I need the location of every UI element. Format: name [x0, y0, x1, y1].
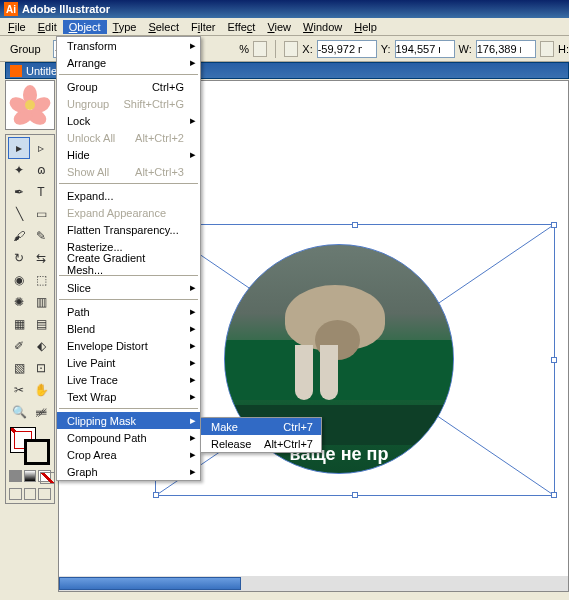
- symbol-sprayer-tool[interactable]: ✺: [8, 291, 30, 313]
- menu-item-crop-area[interactable]: Crop Area▸: [57, 446, 200, 463]
- screen-mode-row: [8, 487, 52, 501]
- direct-selection-tool[interactable]: ▹: [30, 137, 52, 159]
- menu-window[interactable]: Window: [297, 20, 348, 34]
- rotate-tool[interactable]: ↻: [8, 247, 30, 269]
- style-icon[interactable]: [253, 41, 267, 57]
- color-mode-row: [8, 469, 52, 483]
- graph-tool[interactable]: ▥: [30, 291, 52, 313]
- toolbox: ▸▹ ✦ɷ ✒T ╲▭ 🖌✎ ↻⇆ ◉⬚ ✺▥ ▦▤ ✐⬖ ▧⊡ ✂✋ 🔍⧥: [5, 134, 55, 504]
- menu-item-expand-appearance: Expand Appearance: [57, 204, 200, 221]
- eyedropper-tool[interactable]: ✐: [8, 335, 30, 357]
- object-menu: Transform▸Arrange▸GroupCtrl+GUngroupShif…: [56, 36, 201, 481]
- menu-item-graph[interactable]: Graph▸: [57, 463, 200, 480]
- h-label: H:: [558, 43, 569, 55]
- menu-item-transform[interactable]: Transform▸: [57, 37, 200, 54]
- crop-tool[interactable]: ⊡: [30, 357, 52, 379]
- selection-tool[interactable]: ▸: [8, 137, 30, 159]
- mesh-tool[interactable]: ▦: [8, 313, 30, 335]
- thumbnail-panel: [5, 80, 55, 130]
- menu-item-text-wrap[interactable]: Text Wrap▸: [57, 388, 200, 405]
- horizontal-scrollbar[interactable]: [59, 576, 568, 591]
- magic-wand-tool[interactable]: ✦: [8, 159, 30, 181]
- bounding-box[interactable]: [155, 224, 555, 496]
- w-input[interactable]: [476, 40, 536, 58]
- menu-item-lock[interactable]: Lock▸: [57, 112, 200, 129]
- menu-file[interactable]: File: [2, 20, 32, 34]
- menu-item-path[interactable]: Path▸: [57, 303, 200, 320]
- menubar: File Edit Object Type Select Filter Effe…: [0, 18, 569, 36]
- menu-help[interactable]: Help: [348, 20, 383, 34]
- submenu-item-release[interactable]: ReleaseAlt+Ctrl+7: [201, 435, 321, 452]
- pen-tool[interactable]: ✒: [8, 181, 30, 203]
- fill-stroke-swatch[interactable]: [8, 425, 52, 465]
- flower-thumbnail-icon: [12, 87, 48, 123]
- lasso-tool[interactable]: ɷ: [30, 159, 52, 181]
- menu-item-hide[interactable]: Hide▸: [57, 146, 200, 163]
- screen-mode-normal[interactable]: [9, 488, 22, 500]
- scrollbar-thumb[interactable]: [59, 577, 241, 590]
- menu-item-group[interactable]: GroupCtrl+G: [57, 78, 200, 95]
- app-title: Adobe Illustrator: [22, 3, 110, 15]
- titlebar: Ai Adobe Illustrator: [0, 0, 569, 18]
- menu-type[interactable]: Type: [107, 20, 143, 34]
- menu-select[interactable]: Select: [142, 20, 185, 34]
- opacity-value: %: [239, 43, 249, 55]
- color-mode-gradient[interactable]: [24, 470, 37, 482]
- menu-item-expand-[interactable]: Expand...: [57, 187, 200, 204]
- stroke-swatch[interactable]: [24, 439, 50, 465]
- free-transform-tool[interactable]: ⬚: [30, 269, 52, 291]
- paintbrush-tool[interactable]: 🖌: [8, 225, 30, 247]
- screen-mode-full[interactable]: [38, 488, 51, 500]
- menu-item-clipping-mask[interactable]: Clipping Mask▸: [57, 412, 200, 429]
- line-tool[interactable]: ╲: [8, 203, 30, 225]
- menu-item-unlock-all: Unlock AllAlt+Ctrl+2: [57, 129, 200, 146]
- menu-view[interactable]: View: [261, 20, 297, 34]
- w-label: W:: [459, 43, 472, 55]
- submenu-item-make[interactable]: MakeCtrl+7: [201, 418, 321, 435]
- selection-type-label: Group: [10, 43, 41, 55]
- rectangle-tool[interactable]: ▭: [30, 203, 52, 225]
- gradient-tool[interactable]: ▤: [30, 313, 52, 335]
- menu-filter[interactable]: Filter: [185, 20, 221, 34]
- color-mode-none[interactable]: [38, 470, 51, 482]
- menu-item-live-paint[interactable]: Live Paint▸: [57, 354, 200, 371]
- screen-mode-full-menu[interactable]: [24, 488, 37, 500]
- menu-object[interactable]: Object: [63, 20, 107, 34]
- menu-edit[interactable]: Edit: [32, 20, 63, 34]
- app-logo-icon: Ai: [4, 2, 18, 16]
- x-input[interactable]: [317, 40, 377, 58]
- y-input[interactable]: [395, 40, 455, 58]
- doc-logo-icon: [10, 65, 22, 77]
- menu-item-arrange[interactable]: Arrange▸: [57, 54, 200, 71]
- menu-item-compound-path[interactable]: Compound Path▸: [57, 429, 200, 446]
- warp-tool[interactable]: ◉: [8, 269, 30, 291]
- menu-item-live-trace[interactable]: Live Trace▸: [57, 371, 200, 388]
- reflect-tool[interactable]: ⇆: [30, 247, 52, 269]
- menu-item-slice[interactable]: Slice▸: [57, 279, 200, 296]
- clipping-mask-submenu: MakeCtrl+7ReleaseAlt+Ctrl+7: [200, 417, 322, 453]
- anchor-icon[interactable]: [284, 41, 298, 57]
- zoom-tool[interactable]: 🔍: [8, 401, 30, 423]
- y-label: Y:: [381, 43, 391, 55]
- document-title: Untitle: [26, 65, 57, 77]
- live-paint-tool[interactable]: ▧: [8, 357, 30, 379]
- menu-item-flatten-transparency-[interactable]: Flatten Transparency...: [57, 221, 200, 238]
- x-label: X:: [302, 43, 312, 55]
- menu-item-envelope-distort[interactable]: Envelope Distort▸: [57, 337, 200, 354]
- color-mode-solid[interactable]: [9, 470, 22, 482]
- scissors-tool[interactable]: ✂: [8, 379, 30, 401]
- menu-item-create-gradient-mesh-[interactable]: Create Gradient Mesh...: [57, 255, 200, 272]
- menu-item-show-all: Show AllAlt+Ctrl+3: [57, 163, 200, 180]
- slice-tool[interactable]: ⧥: [30, 401, 52, 423]
- hand-tool[interactable]: ✋: [30, 379, 52, 401]
- menu-item-blend[interactable]: Blend▸: [57, 320, 200, 337]
- menu-item-ungroup: UngroupShift+Ctrl+G: [57, 95, 200, 112]
- type-tool[interactable]: T: [30, 181, 52, 203]
- link-wh-icon[interactable]: [540, 41, 554, 57]
- pencil-tool[interactable]: ✎: [30, 225, 52, 247]
- menu-effect[interactable]: Effect: [221, 20, 261, 34]
- blend-tool[interactable]: ⬖: [30, 335, 52, 357]
